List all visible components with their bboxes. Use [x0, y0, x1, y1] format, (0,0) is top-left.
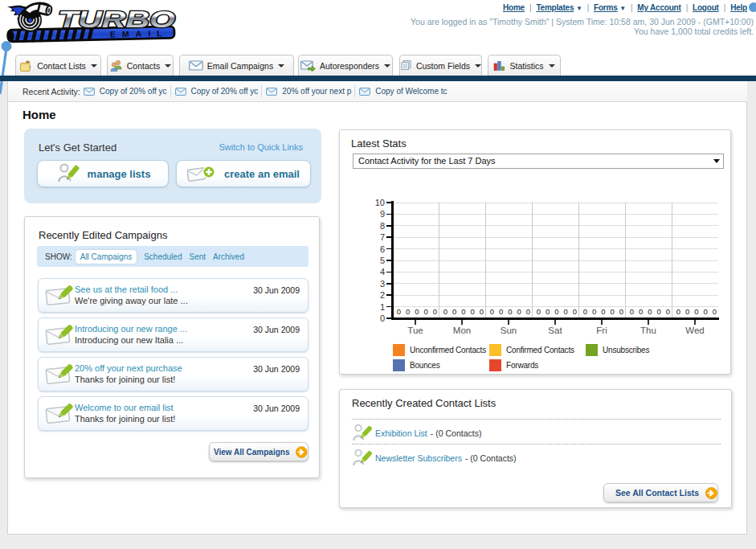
svg-text:4: 4: [380, 267, 385, 277]
svg-text:0: 0: [601, 307, 605, 316]
svg-text:0: 0: [573, 307, 577, 316]
svg-text:7: 7: [380, 232, 385, 242]
svg-text:0: 0: [452, 307, 456, 316]
svg-text:0: 0: [676, 307, 680, 316]
svg-text:Mon: Mon: [453, 326, 471, 335]
svg-text:5: 5: [380, 256, 385, 265]
svg-text:0: 0: [592, 307, 596, 316]
svg-text:Fri: Fri: [596, 326, 607, 335]
svg-text:0: 0: [656, 307, 660, 316]
svg-text:2: 2: [380, 290, 385, 300]
svg-text:0: 0: [380, 313, 385, 323]
svg-text:0: 0: [480, 307, 484, 316]
svg-text:0: 0: [490, 307, 494, 316]
svg-text:0: 0: [583, 307, 587, 316]
svg-text:Sun: Sun: [501, 326, 517, 335]
svg-text:3: 3: [380, 279, 385, 289]
svg-text:0: 0: [639, 307, 643, 316]
svg-text:Sat: Sat: [548, 326, 562, 335]
svg-text:0: 0: [517, 307, 521, 316]
svg-text:0: 0: [648, 307, 652, 316]
svg-text:0: 0: [397, 307, 401, 316]
svg-text:0: 0: [406, 307, 410, 316]
svg-text:0: 0: [703, 307, 707, 316]
svg-text:Thu: Thu: [640, 326, 656, 335]
svg-text:0: 0: [499, 307, 503, 316]
svg-text:10: 10: [375, 198, 385, 207]
svg-text:0: 0: [666, 307, 670, 316]
svg-text:0: 0: [433, 307, 437, 316]
svg-text:0: 0: [554, 307, 558, 316]
svg-text:Tue: Tue: [407, 326, 423, 335]
svg-text:0: 0: [694, 307, 698, 316]
svg-text:0: 0: [610, 307, 614, 316]
svg-text:0: 0: [526, 307, 530, 316]
svg-text:0: 0: [470, 307, 474, 316]
svg-text:TURBO: TURBO: [58, 6, 175, 32]
svg-text:0: 0: [713, 307, 717, 316]
svg-text:0: 0: [563, 307, 567, 316]
svg-text:0: 0: [630, 307, 634, 316]
svg-text:0: 0: [508, 307, 512, 316]
svg-text:0: 0: [546, 307, 550, 316]
svg-text:0: 0: [685, 307, 689, 316]
svg-text:0: 0: [461, 307, 465, 316]
svg-text:0: 0: [619, 307, 623, 316]
svg-text:0: 0: [415, 307, 419, 316]
svg-text:8: 8: [380, 221, 385, 231]
svg-text:9: 9: [380, 209, 385, 219]
svg-text:Wed: Wed: [685, 326, 704, 335]
svg-text:0: 0: [443, 307, 447, 316]
svg-text:6: 6: [380, 244, 385, 254]
svg-text:1: 1: [380, 302, 385, 312]
svg-text:0: 0: [537, 307, 541, 316]
svg-text:0: 0: [423, 307, 427, 316]
